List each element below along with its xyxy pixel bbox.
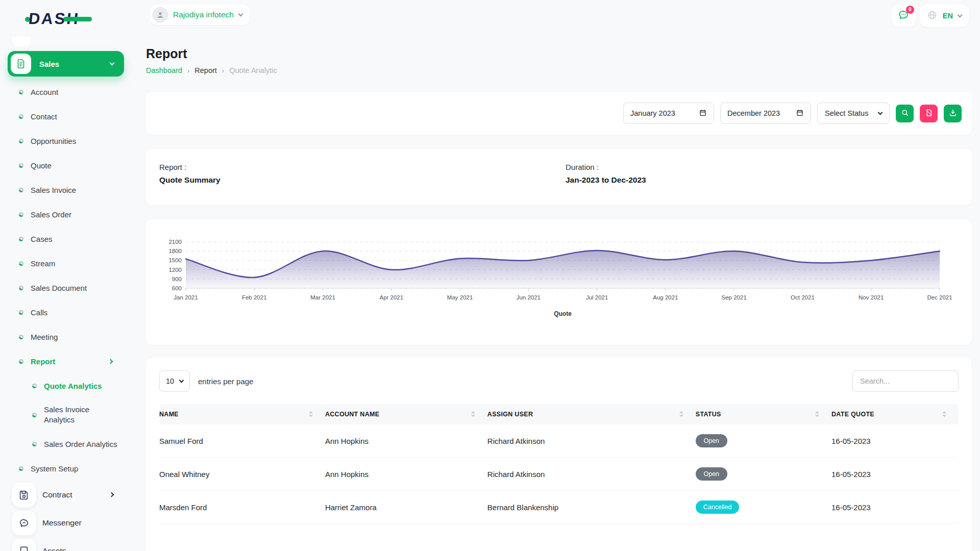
download-button[interactable] xyxy=(944,105,962,122)
breadcrumb-current: Quote Analytic xyxy=(229,66,277,74)
sidebar-item-calls[interactable]: Calls xyxy=(8,300,134,324)
status-select[interactable]: Select Status xyxy=(817,103,890,124)
breadcrumb-separator: › xyxy=(222,67,224,74)
messages-button[interactable]: 0 xyxy=(892,5,916,27)
sidebar-item-sales-invoice-analytics[interactable]: Sales Invoice Analytics xyxy=(8,398,134,432)
sort-icon[interactable] xyxy=(309,411,313,417)
x-tick-label: Dec 2021 xyxy=(927,294,952,300)
column-header-assign-user[interactable]: ASSIGN USER xyxy=(487,404,696,424)
sort-icon[interactable] xyxy=(471,411,475,417)
file-remove-icon xyxy=(924,108,934,119)
bullet-icon xyxy=(19,286,23,290)
sidebar-item-contact[interactable]: Contact xyxy=(8,104,134,129)
sidebar-item-system-setup[interactable]: System Setup xyxy=(8,456,134,481)
breadcrumb-separator: › xyxy=(187,67,189,74)
download-icon xyxy=(948,108,958,119)
table-row[interactable]: Oneal WhitneyAnn HopkinsRichard Atkinson… xyxy=(159,458,959,491)
column-header-date-quote[interactable]: DATE QUOTE xyxy=(831,404,959,424)
sort-icon[interactable] xyxy=(679,411,683,417)
duration-label: Duration : xyxy=(566,163,646,171)
bullet-icon xyxy=(19,237,23,241)
clear-filter-button[interactable] xyxy=(920,105,938,122)
table-row[interactable]: Marsden FordHarriet ZamoraBernard Blanke… xyxy=(159,491,959,524)
sidebar-item-quote-analytics[interactable]: Quote Analytics xyxy=(8,373,134,398)
status-select-value: Select Status xyxy=(825,109,868,117)
sidebar-item-quote[interactable]: Quote xyxy=(8,153,134,178)
sidebar-item-sales-document[interactable]: Sales Document xyxy=(8,276,134,300)
sidebar-item-sales-invoice[interactable]: Sales Invoice xyxy=(8,178,134,202)
sidebar-item-account[interactable]: Account xyxy=(8,80,134,104)
x-tick-label: Oct 2021 xyxy=(791,294,815,300)
language-selector[interactable]: EN xyxy=(920,5,969,27)
logo-bar xyxy=(63,17,92,21)
invoice-icon xyxy=(11,54,31,74)
sidebar-item-sales-order[interactable]: Sales Order xyxy=(8,202,134,227)
table-row[interactable]: Samuel FordAnn HopkinsRichard AtkinsonOp… xyxy=(159,424,959,458)
sidebar-item-cases[interactable]: Cases xyxy=(8,227,134,251)
bullet-icon xyxy=(19,90,23,94)
sidebar-section-messenger[interactable]: Messenger xyxy=(8,509,134,537)
page-title: Report xyxy=(146,46,972,61)
y-tick-label: 2100 xyxy=(168,239,182,245)
sort-icon[interactable] xyxy=(942,411,946,417)
quotes-table-card: 10 entries per page NAME ACCOUNT xyxy=(146,358,972,551)
search-input[interactable] xyxy=(852,370,959,392)
breadcrumb: Dashboard › Report › Quote Analytic xyxy=(146,66,972,74)
chevron-right-icon xyxy=(108,359,113,364)
sidebar-sales-label: Sales xyxy=(39,60,102,68)
bullet-icon xyxy=(19,466,23,471)
chevron-right-icon xyxy=(109,492,114,497)
column-header-status[interactable]: STATUS xyxy=(696,404,831,424)
sort-icon[interactable] xyxy=(815,411,819,417)
sidebar-nav: AccountContactOpportunitiesQuoteSales In… xyxy=(0,80,134,481)
x-tick-label: Jan 2021 xyxy=(174,294,198,300)
x-tick-label: Mar 2021 xyxy=(310,294,335,300)
x-tick-label: Jun 2021 xyxy=(517,294,541,300)
topbar-actions: 0 EN xyxy=(892,5,969,27)
table-header-row: NAME ACCOUNT NAME ASSIGN USER STATUS DAT… xyxy=(159,404,959,424)
bullet-icon xyxy=(19,212,23,217)
breadcrumb-dashboard[interactable]: Dashboard xyxy=(146,66,182,74)
report-summary: Report : Quote Summary xyxy=(159,163,959,185)
breadcrumb-report[interactable]: Report xyxy=(194,66,217,74)
content: Report Dashboard › Report › Quote Analyt… xyxy=(134,27,980,551)
workspace-name: Rajodiya infotech xyxy=(173,10,234,19)
sidebar-item-opportunities[interactable]: Opportunities xyxy=(8,129,134,153)
column-header-account-name[interactable]: ACCOUNT NAME xyxy=(325,404,487,424)
sidebar-item-report[interactable]: Report xyxy=(8,349,134,373)
sidebar-section-contract[interactable]: Contract xyxy=(8,481,134,509)
chevron-down-icon xyxy=(179,378,184,383)
bullet-icon xyxy=(19,261,23,266)
bullet-icon xyxy=(32,413,37,417)
apply-search-button[interactable] xyxy=(896,105,914,122)
calendar-icon xyxy=(699,109,707,118)
workspace-selector[interactable]: Rajodiya infotech xyxy=(150,5,250,25)
chevron-down-icon xyxy=(238,11,243,16)
sidebar-item-meeting[interactable]: Meeting xyxy=(8,324,134,349)
sidebar-item-stream[interactable]: Stream xyxy=(8,251,134,276)
entries-per-page: 10 entries per page xyxy=(159,370,253,392)
y-tick-label: 1500 xyxy=(168,257,182,263)
sidebar-scroll-remnant xyxy=(12,37,31,47)
save-icon xyxy=(12,483,36,507)
x-tick-label: Jul 2021 xyxy=(586,294,608,300)
chart-area xyxy=(186,251,940,288)
end-month-input[interactable]: December 2023 xyxy=(720,103,811,124)
y-tick-label: 1800 xyxy=(168,248,182,254)
bullet-icon xyxy=(19,359,23,364)
quote-area-chart: 6009001200150018002100Jan 2021Feb 2021Ma… xyxy=(159,238,959,333)
bullet-icon xyxy=(32,442,37,446)
sidebar-section-sales[interactable]: Sales xyxy=(8,51,124,77)
quote-chart-card: 6009001200150018002100Jan 2021Feb 2021Ma… xyxy=(146,219,972,345)
bullet-icon xyxy=(19,335,23,339)
column-header-name[interactable]: NAME xyxy=(159,404,325,424)
x-tick-label: Feb 2021 xyxy=(242,294,267,300)
duration-value: Jan-2023 to Dec-2023 xyxy=(566,176,646,185)
sidebar-section-assets[interactable]: Assets xyxy=(8,537,134,551)
start-month-input[interactable]: January 2023 xyxy=(623,103,714,124)
language-label: EN xyxy=(943,12,953,20)
sidebar-item-sales-order-analytics[interactable]: Sales Order Analytics xyxy=(8,432,134,456)
bullet-icon xyxy=(19,163,23,168)
entries-select[interactable]: 10 xyxy=(159,370,190,392)
x-tick-label: Apr 2021 xyxy=(379,294,403,300)
